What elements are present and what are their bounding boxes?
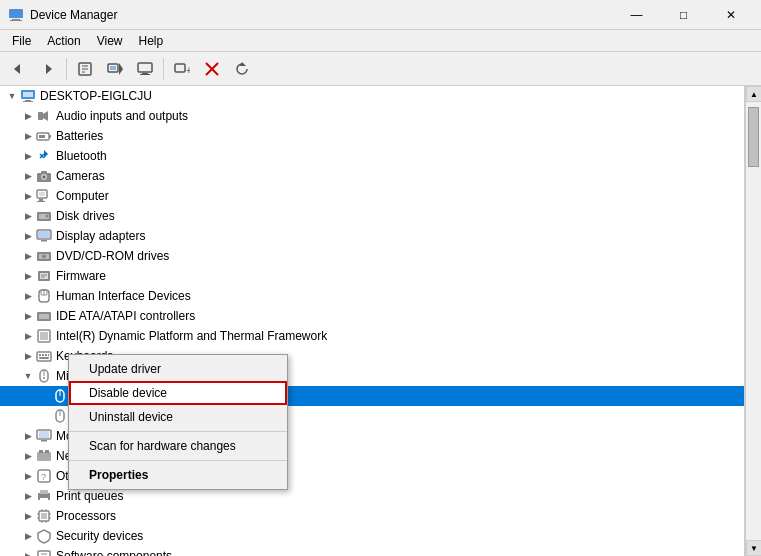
- display-button[interactable]: [131, 55, 159, 83]
- svg-rect-63: [48, 354, 49, 356]
- security-toggle[interactable]: ▶: [20, 528, 36, 544]
- audio-toggle[interactable]: ▶: [20, 108, 36, 124]
- minimize-button[interactable]: —: [614, 0, 659, 30]
- tree-panel[interactable]: ▼ DESKTOP-EIGLCJU ▶ Audio inputs and: [0, 86, 745, 556]
- software-components-toggle[interactable]: ▶: [20, 548, 36, 556]
- context-menu-scan-hardware[interactable]: Scan for hardware changes: [69, 434, 287, 458]
- other-icon: ?: [36, 468, 52, 484]
- dvd-toggle[interactable]: ▶: [20, 248, 36, 264]
- bluetooth-toggle[interactable]: ▶: [20, 148, 36, 164]
- ide-label: IDE ATA/ATAPI controllers: [56, 309, 195, 323]
- properties-button[interactable]: [71, 55, 99, 83]
- tree-item-processors[interactable]: ▶ Processors: [0, 506, 744, 526]
- keyboards-toggle[interactable]: ▶: [20, 348, 36, 364]
- svg-rect-43: [38, 231, 50, 238]
- context-menu: Update driver Disable device Uninstall d…: [68, 354, 288, 490]
- print-label: Print queues: [56, 489, 123, 503]
- scroll-up-arrow[interactable]: ▲: [746, 86, 761, 102]
- computer-toggle[interactable]: ▶: [20, 188, 36, 204]
- svg-rect-61: [42, 354, 44, 356]
- update-driver-button[interactable]: [101, 55, 129, 83]
- tree-item-batteries[interactable]: ▶ Batteries: [0, 126, 744, 146]
- tree-item-dvd[interactable]: ▶ DVD/CD-ROM drives: [0, 246, 744, 266]
- tree-item-bluetooth[interactable]: ▶ Bluetooth: [0, 146, 744, 166]
- scrollbar-track[interactable]: [746, 102, 761, 540]
- menu-help[interactable]: Help: [131, 32, 172, 50]
- context-menu-disable-device[interactable]: Disable device: [69, 381, 287, 405]
- disk-toggle[interactable]: ▶: [20, 208, 36, 224]
- tree-item-security[interactable]: ▶ Security devices: [0, 526, 744, 546]
- scrollbar[interactable]: ▲ ▼: [745, 86, 761, 556]
- processors-label: Processors: [56, 509, 116, 523]
- tree-item-ide[interactable]: ▶ IDE ATA/ATAPI controllers: [0, 306, 744, 326]
- mice-icon: [36, 368, 52, 384]
- display-label: Display adapters: [56, 229, 145, 243]
- ide-toggle[interactable]: ▶: [20, 308, 36, 324]
- svg-rect-28: [49, 135, 51, 138]
- menu-action[interactable]: Action: [39, 32, 88, 50]
- forward-button[interactable]: [34, 55, 62, 83]
- audio-label: Audio inputs and outputs: [56, 109, 188, 123]
- root-toggle[interactable]: ▼: [4, 88, 20, 104]
- app-icon: [8, 7, 24, 23]
- remove-button[interactable]: [198, 55, 226, 83]
- scrollbar-thumb[interactable]: [748, 107, 759, 167]
- svg-marker-4: [46, 64, 52, 74]
- context-menu-sep-2: [69, 460, 287, 461]
- close-button[interactable]: ✕: [708, 0, 753, 30]
- toolbar: +: [0, 52, 761, 86]
- back-button[interactable]: [4, 55, 32, 83]
- monitors-toggle[interactable]: ▶: [20, 428, 36, 444]
- pc-icon: [36, 188, 52, 204]
- mice-toggle[interactable]: ▼: [20, 368, 36, 384]
- refresh-button[interactable]: [228, 55, 256, 83]
- tree-root[interactable]: ▼ DESKTOP-EIGLCJU: [0, 86, 744, 106]
- monitor-icon: [36, 428, 52, 444]
- svg-rect-74: [41, 440, 47, 442]
- tree-item-display[interactable]: ▶ Display adapters: [0, 226, 744, 246]
- scroll-down-arrow[interactable]: ▼: [746, 540, 761, 556]
- batteries-toggle[interactable]: ▶: [20, 128, 36, 144]
- tree-item-software-components[interactable]: ▶ Software components: [0, 546, 744, 556]
- tree-item-disk[interactable]: ▶ Disk drives: [0, 206, 744, 226]
- main-content: ▼ DESKTOP-EIGLCJU ▶ Audio inputs and: [0, 86, 761, 556]
- svg-rect-10: [110, 66, 116, 70]
- context-menu-properties[interactable]: Properties: [69, 463, 287, 487]
- context-menu-uninstall-device[interactable]: Uninstall device: [69, 405, 287, 429]
- disk-label: Disk drives: [56, 209, 115, 223]
- add-button[interactable]: +: [168, 55, 196, 83]
- tree-item-firmware[interactable]: ▶ Firmware: [0, 266, 744, 286]
- device-icon-1: [52, 388, 68, 404]
- other-toggle[interactable]: ▶: [20, 468, 36, 484]
- svg-rect-14: [140, 74, 150, 75]
- window-controls: — □ ✕: [614, 0, 753, 30]
- tree-item-audio[interactable]: ▶ Audio inputs and outputs: [0, 106, 744, 126]
- menu-file[interactable]: File: [4, 32, 39, 50]
- firmware-toggle[interactable]: ▶: [20, 268, 36, 284]
- print-toggle[interactable]: ▶: [20, 488, 36, 504]
- camera-icon: [36, 168, 52, 184]
- svg-marker-3: [14, 64, 20, 74]
- tree-item-cameras[interactable]: ▶ Cameras: [0, 166, 744, 186]
- network-toggle[interactable]: ▶: [20, 448, 36, 464]
- firmware-icon: [36, 268, 52, 284]
- tree-item-hid[interactable]: ▶ Human Interface Devices: [0, 286, 744, 306]
- intel-icon: [36, 328, 52, 344]
- context-menu-update-driver[interactable]: Update driver: [69, 357, 287, 381]
- intel-toggle[interactable]: ▶: [20, 328, 36, 344]
- cameras-toggle[interactable]: ▶: [20, 168, 36, 184]
- svg-marker-25: [43, 111, 48, 121]
- maximize-button[interactable]: □: [661, 0, 706, 30]
- processors-toggle[interactable]: ▶: [20, 508, 36, 524]
- display-toggle[interactable]: ▶: [20, 228, 36, 244]
- tree-item-intel[interactable]: ▶ Intel(R) Dynamic Platform and Thermal …: [0, 326, 744, 346]
- intel-label: Intel(R) Dynamic Platform and Thermal Fr…: [56, 329, 327, 343]
- tree-item-computer[interactable]: ▶ Computer: [0, 186, 744, 206]
- hid-toggle[interactable]: ▶: [20, 288, 36, 304]
- svg-rect-15: [175, 64, 185, 72]
- svg-marker-11: [119, 63, 123, 75]
- bluetooth-icon: [36, 148, 52, 164]
- security-icon: [36, 528, 52, 544]
- svg-rect-60: [39, 354, 41, 356]
- menu-view[interactable]: View: [89, 32, 131, 50]
